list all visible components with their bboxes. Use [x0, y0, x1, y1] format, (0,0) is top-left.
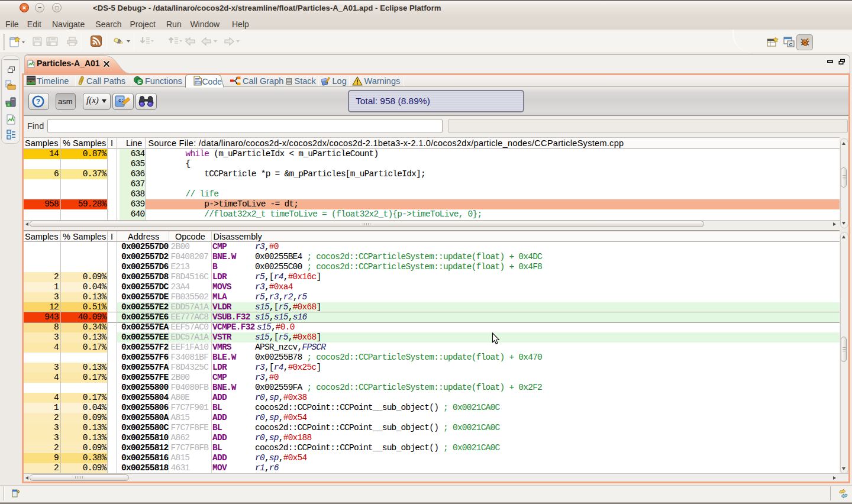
svg-text:C: C [789, 42, 793, 47]
svg-text:010: 010 [195, 81, 200, 85]
svg-text:F: F [138, 79, 141, 85]
svg-text:?: ? [36, 98, 40, 106]
